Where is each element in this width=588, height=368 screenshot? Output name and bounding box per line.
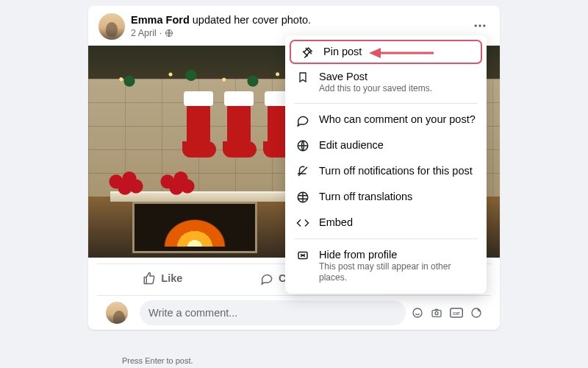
menu-label: Hide from profile This post may still ap…: [319, 248, 476, 283]
hide-icon: [295, 249, 310, 262]
poinsettia-decoration: [154, 169, 198, 200]
svg-marker-13: [369, 48, 381, 58]
menu-label: Pin post: [323, 45, 362, 58]
avatar[interactable]: [98, 13, 125, 40]
svg-point-6: [435, 312, 438, 315]
gif-icon[interactable]: GIF: [450, 307, 463, 319]
bookmark-icon: [295, 71, 310, 84]
menu-label: Save Post Add this to your saved items.: [319, 70, 432, 94]
poinsettia-decoration: [103, 169, 147, 200]
fire: [157, 213, 233, 247]
code-icon: [295, 216, 310, 230]
menu-embed[interactable]: Embed: [285, 210, 487, 236]
like-button[interactable]: Like: [97, 264, 229, 292]
menu-divider: [294, 103, 478, 104]
headline-block: Emma Ford updated her cover photo. 2 Apr…: [131, 13, 311, 38]
post-date[interactable]: 2 April: [131, 28, 157, 38]
menu-who-can-comment[interactable]: Who can comment on your post?: [285, 107, 487, 132]
svg-point-1: [475, 24, 477, 26]
enter-hint: Press Enter to post.: [122, 356, 193, 365]
svg-point-2: [478, 24, 481, 26]
menu-turn-off-translations[interactable]: Turn off translations: [285, 184, 487, 210]
post-options-menu: Pin post Save Post Add this to your save…: [285, 35, 487, 294]
menu-label: Edit audience: [319, 138, 384, 152]
menu-label: Turn off translations: [319, 190, 412, 203]
menu-sublabel: Add this to your saved items.: [319, 83, 432, 94]
bell-off-icon: [295, 165, 310, 178]
emoji-icon[interactable]: [412, 307, 423, 319]
stocking-decoration: [184, 91, 213, 153]
avatar[interactable]: [106, 302, 128, 324]
pin-icon: [300, 46, 315, 59]
menu-label: Who can comment on your post?: [319, 113, 476, 126]
fireplace: [132, 202, 257, 253]
menu-turn-off-notifications[interactable]: Turn off notifications for this post: [285, 158, 487, 184]
menu-divider: [294, 238, 478, 239]
globe-icon: [295, 139, 310, 152]
menu-label: Embed: [319, 216, 353, 229]
menu-label: Turn off notifications for this post: [319, 164, 473, 177]
like-label: Like: [161, 272, 182, 284]
globe-icon[interactable]: [165, 29, 173, 38]
comment-placeholder: Write a comment...: [148, 307, 237, 319]
menu-edit-audience[interactable]: Edit audience: [285, 132, 487, 158]
comment-input[interactable]: Write a comment...: [140, 300, 406, 325]
menu-save-post[interactable]: Save Post Add this to your saved items.: [285, 64, 487, 100]
camera-icon[interactable]: [431, 307, 442, 319]
author-name[interactable]: Emma Ford: [131, 14, 190, 26]
translate-icon: [295, 191, 310, 204]
annotation-arrow: [369, 46, 435, 60]
menu-hide-from-profile[interactable]: Hide from profile This post may still ap…: [285, 242, 487, 289]
meta-separator: ·: [159, 28, 162, 38]
post-headline: Emma Ford updated her cover photo.: [131, 13, 311, 26]
more-options-button[interactable]: [467, 13, 492, 38]
stocking-decoration: [224, 91, 254, 153]
comment-bar: Write a comment... GIF: [97, 295, 491, 327]
headline-action: updated her cover photo.: [193, 14, 311, 26]
svg-text:GIF: GIF: [453, 311, 460, 316]
sticker-icon[interactable]: [470, 307, 482, 319]
comment-icon: [295, 113, 310, 127]
svg-point-3: [483, 24, 485, 26]
post-meta: 2 April ·: [131, 28, 311, 38]
svg-point-4: [413, 308, 422, 317]
menu-sublabel: This post may still appear in other plac…: [319, 261, 476, 283]
svg-rect-5: [432, 311, 441, 317]
comment-tools: GIF: [412, 307, 482, 319]
